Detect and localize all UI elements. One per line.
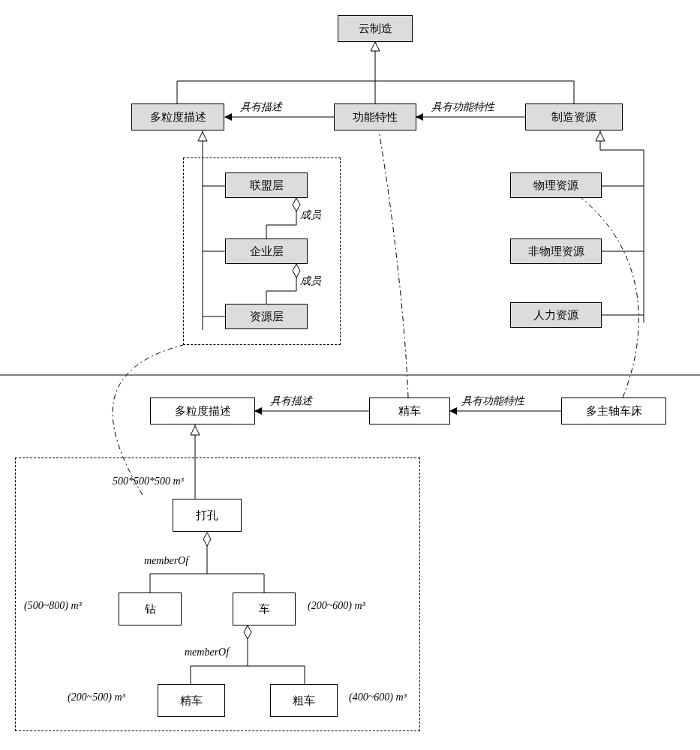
rel-has-description-inst: 具有描述 xyxy=(270,394,312,408)
rel-memberof-1: memberOf xyxy=(144,555,188,567)
class-resource-layer: 资源层 xyxy=(225,304,308,329)
rel-has-func-inst: 具有功能特性 xyxy=(461,394,524,408)
class-physical-resource: 物理资源 xyxy=(510,172,602,198)
rel-member-1: 成员 xyxy=(300,208,321,222)
spec-rough-turn: (400~600) m³ xyxy=(349,692,407,704)
spec-fine-turn: (200~500) m³ xyxy=(68,692,125,704)
class-cloud-mfg: 云制造 xyxy=(338,15,413,42)
inst-multi-granularity: 多粒度描述 xyxy=(150,398,255,424)
class-nonphysical-resource: 非物理资源 xyxy=(510,238,602,264)
class-human-resource: 人力资源 xyxy=(510,302,602,328)
inst-multi-spindle-lathe: 多主轴车床 xyxy=(561,398,666,424)
rel-memberof-2: memberOf xyxy=(185,646,229,658)
inst-fine-turn-leaf: 精车 xyxy=(158,684,225,717)
inst-bore-drill: 钻 xyxy=(119,592,182,626)
inst-turn: 车 xyxy=(233,592,296,626)
rel-has-func-top: 具有功能特性 xyxy=(431,100,494,114)
rel-has-description-top: 具有描述 xyxy=(240,100,282,114)
class-multi-granularity: 多粒度描述 xyxy=(131,104,224,130)
spec-drill: 500*500*500 m³ xyxy=(113,476,184,488)
inst-drill: 打孔 xyxy=(173,499,242,532)
spec-turn: (200~600) m³ xyxy=(308,600,365,612)
inst-rough-turn: 粗车 xyxy=(270,684,338,717)
class-functional-characteristic: 功能特性 xyxy=(334,104,416,130)
spec-bore: (500~800) m³ xyxy=(24,600,82,612)
class-alliance-layer: 联盟层 xyxy=(225,172,308,198)
class-enterprise-layer: 企业层 xyxy=(225,238,308,264)
class-manufacturing-resource: 制造资源 xyxy=(525,104,623,130)
inst-fine-turning: 精车 xyxy=(369,398,450,424)
rel-member-2: 成员 xyxy=(300,274,321,288)
